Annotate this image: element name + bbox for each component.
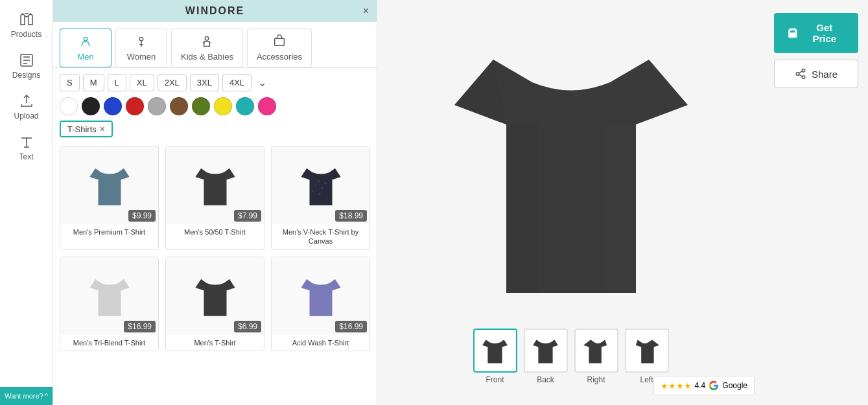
tab-accessories-label: Accessories <box>257 52 302 62</box>
color-red[interactable] <box>126 97 144 115</box>
view-thumb-img-back <box>524 329 568 373</box>
upload-icon <box>19 93 34 109</box>
accessories-icon <box>272 34 287 49</box>
color-white[interactable] <box>60 97 78 115</box>
product-card-4[interactable]: $16.99 Men's Tri-Blend T-Shirt <box>60 257 159 351</box>
men-icon <box>78 34 93 49</box>
get-price-button[interactable]: Get Price <box>774 13 858 53</box>
view-thumb-img-left <box>625 329 669 373</box>
product-name-3: Men's V-Neck T-Shirt by Canvas <box>272 224 369 249</box>
tshirt-svg-3 <box>298 159 344 211</box>
svg-point-13 <box>802 76 805 79</box>
header-bar: WINDORE × <box>53 0 377 22</box>
product-card-1[interactable]: $9.99 Men's Premium T-Shirt <box>60 146 159 250</box>
size-xl[interactable]: XL <box>130 74 154 91</box>
color-yellow[interactable] <box>214 97 232 115</box>
thumb-tshirt-right <box>581 334 611 367</box>
svg-rect-4 <box>275 38 285 45</box>
product-card-2[interactable]: $7.99 Men's 50/50 T-Shirt <box>165 146 264 250</box>
color-row <box>53 97 377 121</box>
tshirt-svg-1 <box>87 159 132 211</box>
svg-point-8 <box>311 190 313 192</box>
sidebar-item-text[interactable]: Text <box>0 129 53 167</box>
product-price-6: $16.99 <box>335 321 367 332</box>
rating-score: 4.4 <box>695 381 706 390</box>
panel: WINDORE × Men Women Kids & Babies <box>53 0 377 405</box>
product-card-5[interactable]: $6.99 Men's T-Shirt <box>165 257 264 351</box>
view-label-front: Front <box>486 375 504 384</box>
product-name-5: Men's T-Shirt <box>166 335 264 351</box>
women-icon <box>134 34 148 49</box>
view-thumb-right[interactable]: Right <box>574 329 618 384</box>
size-m[interactable]: M <box>83 74 104 91</box>
sidebar-item-designs[interactable]: Designs <box>0 47 53 85</box>
view-thumb-front[interactable]: Front <box>473 329 517 384</box>
sidebar-item-products[interactable]: Products <box>0 6 53 44</box>
main-tshirt-preview <box>448 21 694 319</box>
color-gray[interactable] <box>148 97 166 115</box>
svg-point-6 <box>318 181 320 183</box>
tab-kids-label: Kids & Babies <box>181 52 233 62</box>
product-price-3: $18.99 <box>335 210 367 222</box>
size-2xl[interactable]: 2XL <box>158 74 187 91</box>
sidebar-bottom: Want more? ^ <box>0 387 53 405</box>
tshirt-svg-6 <box>298 270 344 322</box>
product-card-3[interactable]: $18.99 Men's V-Neck T-Shirt by Canvas <box>271 146 370 250</box>
designs-icon <box>19 52 34 68</box>
color-blue[interactable] <box>104 97 122 115</box>
sidebar-item-label: Products <box>11 30 41 39</box>
product-price-2: $7.99 <box>234 210 261 222</box>
view-thumb-img-front <box>473 329 517 373</box>
product-name-2: Men's 50/50 T-Shirt <box>166 224 264 240</box>
tab-men-label: Men <box>77 52 93 62</box>
product-img-4: $16.99 <box>60 257 158 335</box>
product-price-5: $6.99 <box>234 321 261 332</box>
rating-stars: ★★★★ <box>661 381 692 391</box>
view-label-left: Left <box>640 375 653 384</box>
rating-provider: Google <box>722 381 747 390</box>
close-icon[interactable]: × <box>363 5 369 17</box>
product-card-6[interactable]: $16.99 Acid Wash T-Shirt <box>271 257 370 351</box>
filter-tag-label: T-Shirts <box>67 124 97 134</box>
tab-accessories[interactable]: Accessories <box>247 29 312 67</box>
share-button[interactable]: Share <box>774 60 858 88</box>
color-brown[interactable] <box>170 97 188 115</box>
category-tabs: Men Women Kids & Babies Accessories <box>53 22 377 68</box>
product-grid: $9.99 Men's Premium T-Shirt $7.99 Men's … <box>60 146 370 351</box>
svg-point-11 <box>802 69 805 73</box>
color-pink[interactable] <box>258 97 276 115</box>
product-name-6: Acid Wash T-Shirt <box>272 335 369 351</box>
view-thumbs: Front Back Right Left <box>473 329 669 384</box>
size-l[interactable]: L <box>108 74 126 91</box>
filter-row: T-Shirts × <box>53 121 377 143</box>
tab-men[interactable]: Men <box>60 29 111 67</box>
size-4xl[interactable]: 4XL <box>222 74 252 91</box>
cart-icon <box>787 27 799 39</box>
want-more-button[interactable]: Want more? ^ <box>0 387 53 405</box>
svg-point-1 <box>84 38 88 41</box>
google-rating: ★★★★ 4.4 Google <box>653 376 755 395</box>
product-name-4: Men's Tri-Blend T-Shirt <box>60 335 158 351</box>
sidebar-item-upload[interactable]: Upload <box>0 88 53 126</box>
want-more-arrow: ^ <box>45 392 48 400</box>
canvas-area: Front Back Right Left <box>377 0 764 405</box>
color-black[interactable] <box>82 97 100 115</box>
share-icon <box>795 68 806 80</box>
app-title: WINDORE <box>185 5 244 17</box>
svg-point-3 <box>205 37 209 41</box>
tshirt-svg-5 <box>193 270 238 322</box>
color-olive[interactable] <box>192 97 210 115</box>
filter-tag-close[interactable]: × <box>100 124 105 134</box>
svg-point-10 <box>318 193 320 195</box>
text-icon <box>19 134 34 150</box>
color-teal[interactable] <box>236 97 254 115</box>
svg-point-9 <box>324 183 326 185</box>
tab-women[interactable]: Women <box>115 29 167 67</box>
sidebar-item-label: Text <box>19 152 33 161</box>
size-more-button[interactable]: ⌄ <box>255 73 270 92</box>
thumb-tshirt-front <box>480 334 510 367</box>
view-thumb-back[interactable]: Back <box>524 329 568 384</box>
size-s[interactable]: S <box>60 74 80 91</box>
size-3xl[interactable]: 3XL <box>190 74 219 91</box>
tab-kids[interactable]: Kids & Babies <box>171 29 243 67</box>
